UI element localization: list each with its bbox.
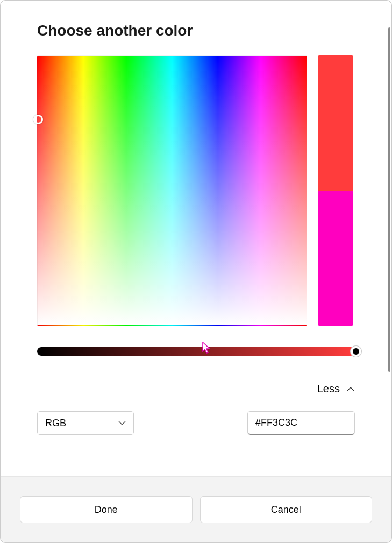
current-color-swatch (318, 55, 353, 191)
dialog-title: Choose another color (37, 22, 355, 39)
color-swatches (318, 55, 353, 326)
color-picker-dialog: Choose another color Less RGB (0, 0, 392, 543)
slider-thumb-inner (353, 348, 359, 355)
scrollbar[interactable] (388, 27, 390, 372)
chevron-up-icon (346, 386, 355, 392)
value-slider[interactable] (37, 347, 355, 356)
spectrum-handle[interactable] (33, 115, 43, 124)
more-less-toggle[interactable]: Less (37, 383, 355, 395)
cancel-button[interactable]: Cancel (200, 496, 373, 523)
done-button[interactable]: Done (20, 496, 193, 523)
color-spectrum[interactable] (37, 55, 307, 326)
toggle-label: Less (317, 383, 340, 395)
inputs-row: RGB (37, 411, 355, 435)
chevron-down-icon (118, 421, 126, 426)
color-mode-select[interactable]: RGB (37, 411, 134, 435)
dialog-content: Choose another color Less RGB (1, 1, 391, 476)
slider-thumb[interactable] (350, 345, 362, 357)
hex-input[interactable] (247, 411, 355, 435)
dialog-footer: Done Cancel (1, 476, 391, 542)
mode-value: RGB (45, 418, 66, 429)
picker-row (37, 55, 355, 326)
previous-color-swatch[interactable] (318, 191, 353, 326)
